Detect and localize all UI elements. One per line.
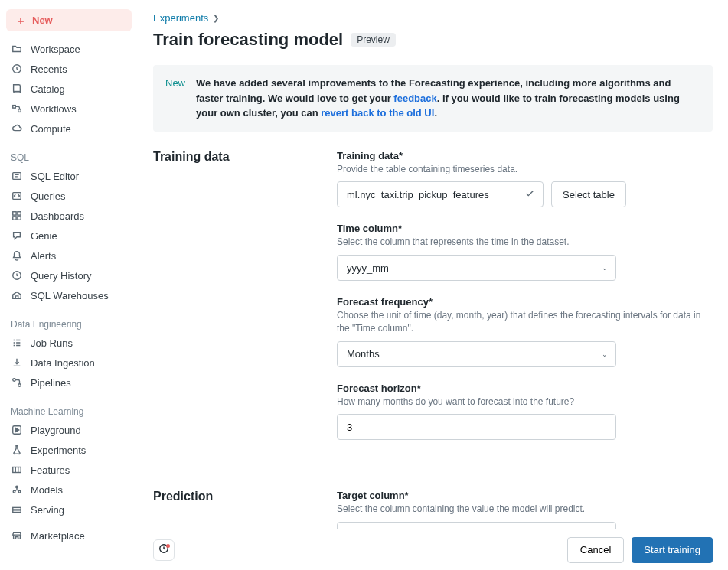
sidebar-item-recents[interactable]: Recents [0,59,138,79]
sidebar-item-experiments[interactable]: Experiments [0,440,138,460]
field-help: Provide the table containing timeseries … [337,163,713,176]
sidebar-item-label: Catalog [31,83,65,95]
field-help: How many months do you want to forecast … [337,396,713,409]
sidebar-item-dashboards[interactable]: Dashboards [0,206,138,226]
frequency-select[interactable]: Months ⌄ [337,341,616,367]
cancel-button[interactable]: Cancel [567,537,624,563]
sidebar-item-job-runs[interactable]: Job Runs [0,333,138,353]
section-training: Training data Training data* Provide the… [153,150,713,456]
sidebar-item-label: Alerts [31,250,56,262]
svg-rect-13 [13,467,21,473]
serving-icon [11,503,23,516]
select-table-button[interactable]: Select table [551,181,626,207]
breadcrumb-link[interactable]: Experiments [153,12,208,24]
content: Experiments ❯ Train forecasting model Pr… [138,0,728,570]
sidebar-item-serving[interactable]: Serving [0,500,138,520]
warehouse-icon [11,289,23,301]
field-label: Forecast frequency* [337,296,713,308]
sidebar-item-genie[interactable]: Genie [0,226,138,246]
banner-text: We have added several improvements to th… [196,76,700,121]
folder-icon [11,43,23,55]
sidebar-item-workflows[interactable]: Workflows [0,99,138,119]
field-horizon: Forecast horizon* How many months do you… [337,383,713,441]
sidebar-header-sql: SQL [0,145,138,166]
training-data-input[interactable]: ml.nyc_taxi.trip_pickup_features [337,181,544,207]
chevron-right-icon: ❯ [213,14,219,22]
time-column-select[interactable]: yyyy_mm ⌄ [337,255,616,281]
sidebar-item-compute[interactable]: Compute [0,119,138,138]
page-title: Train forecasting model [153,30,343,50]
divider [153,471,713,471]
field-label: Time column* [337,223,713,234]
history-icon [11,269,23,282]
main: Experiments ❯ Train forecasting model Pr… [138,0,728,570]
sidebar-item-features[interactable]: Features [0,460,138,480]
new-button[interactable]: ＋ New [6,9,132,31]
sidebar-item-query-history[interactable]: Query History [0,265,138,285]
sidebar-item-label: Query History [31,270,91,282]
sidebar-item-label: SQL Warehouses [31,290,109,301]
status-pill[interactable] [153,539,175,561]
queries-icon [11,190,23,202]
sidebar-item-label: Job Runs [31,337,73,349]
sidebar-item-catalog[interactable]: Catalog [0,79,138,99]
sidebar-item-label: Experiments [31,445,86,456]
check-icon [524,188,535,201]
sidebar-header-de: Data Engineering [0,311,138,333]
sidebar-item-playground[interactable]: Playground [0,420,138,440]
sidebar-item-label: Models [31,484,63,496]
sidebar-item-label: Pipelines [31,377,71,389]
sidebar-item-label: Recents [31,64,67,75]
sidebar-item-label: Queries [31,191,66,202]
field-label: Training data* [337,150,713,161]
sidebar-item-label: Workflows [31,103,77,115]
bell-icon [11,249,23,262]
features-icon [11,464,23,476]
svg-rect-5 [13,212,16,215]
sidebar-item-label: Features [31,464,70,476]
revert-link[interactable]: revert back to the old UI [321,107,434,119]
pipeline-icon [11,376,23,389]
horizon-input[interactable] [337,414,616,440]
svg-rect-8 [18,217,21,220]
cloud-icon [11,122,23,135]
sidebar-item-queries[interactable]: Queries [0,186,138,206]
svg-point-11 [18,384,21,387]
sidebar-item-label: Compute [31,123,71,135]
sidebar-item-models[interactable]: Models [0,480,138,500]
sidebar-item-alerts[interactable]: Alerts [0,246,138,265]
sidebar-item-pipelines[interactable]: Pipelines [0,373,138,392]
preview-badge: Preview [351,33,396,47]
field-frequency: Forecast frequency* Choose the unit of t… [337,296,713,367]
field-help: Select the column containing the value t… [337,503,713,516]
svg-rect-2 [18,109,21,112]
footer: Cancel Start training [138,529,728,570]
title-row: Train forecasting model Preview [153,30,713,50]
sidebar-item-data-ingestion[interactable]: Data Ingestion [0,353,138,373]
sidebar: ＋ New Workspace Recents Catalog Workflow… [0,0,138,570]
sidebar-item-label: Workspace [31,44,80,55]
svg-rect-7 [13,217,16,220]
svg-rect-18 [13,510,21,513]
start-training-button[interactable]: Start training [632,537,713,563]
feedback-link[interactable]: feedback [393,93,436,104]
sidebar-item-workspace[interactable]: Workspace [0,39,138,59]
chat-icon [11,230,23,242]
sidebar-item-label: Serving [31,504,64,516]
sidebar-item-sql-warehouses[interactable]: SQL Warehouses [0,285,138,305]
store-icon [11,529,23,542]
chevron-down-icon: ⌄ [602,350,608,358]
breadcrumb: Experiments ❯ [153,12,713,24]
svg-rect-17 [13,507,21,510]
status-dot [166,544,170,548]
field-label: Target column* [337,490,713,501]
info-banner: New We have added several improvements t… [153,65,713,132]
sidebar-item-label: Data Ingestion [31,357,95,369]
banner-new-label: New [165,76,185,91]
svg-rect-6 [18,212,21,215]
sql-icon [11,170,23,182]
sidebar-item-sql-editor[interactable]: SQL Editor [0,166,138,186]
sidebar-item-marketplace[interactable]: Marketplace [0,526,138,546]
plus-icon: ＋ [15,15,26,26]
svg-point-10 [13,379,16,382]
